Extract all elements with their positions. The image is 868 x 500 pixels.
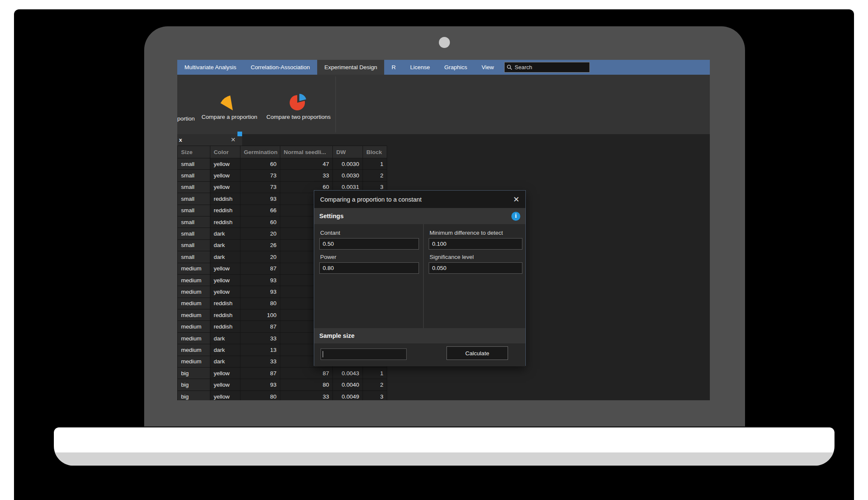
table-cell[interactable]: dark [210, 332, 240, 344]
ribbon-item-compare-a-proportion[interactable]: Compare a proportion [194, 92, 265, 120]
ribbon-item-compare-two-proportions[interactable]: Compare two proportions [265, 92, 332, 120]
table-cell[interactable]: 20 [240, 228, 280, 239]
table-cell[interactable]: 26 [240, 239, 280, 251]
table-cell[interactable]: 87 [280, 368, 333, 379]
table-cell[interactable]: 93 [240, 286, 280, 298]
column-header-block[interactable]: Block [363, 146, 387, 158]
table-cell[interactable]: dark [210, 356, 240, 367]
table-cell[interactable]: 73 [240, 181, 280, 193]
info-icon[interactable]: i [511, 212, 520, 221]
table-cell[interactable]: 87 [240, 368, 280, 379]
table-row[interactable]: bigyellow87870.00431 [178, 368, 387, 379]
table-cell[interactable]: yellow [210, 181, 240, 193]
table-cell[interactable]: 66 [240, 205, 280, 216]
table-cell[interactable]: medium [178, 344, 210, 356]
menu-tab-correlation-association[interactable]: Correlation-Association [243, 60, 317, 75]
table-cell[interactable]: 87 [240, 321, 280, 332]
menu-tab-graphics[interactable]: Graphics [437, 60, 474, 75]
table-cell[interactable]: 93 [240, 379, 280, 390]
dataset-tab-close-icon[interactable]: ✕ [231, 136, 236, 143]
table-cell[interactable]: reddish [210, 309, 240, 321]
calculate-button[interactable]: Calculate [447, 346, 508, 360]
table-cell[interactable]: yellow [210, 390, 240, 400]
table-cell[interactable]: 80 [240, 390, 280, 400]
table-cell[interactable]: 0.0030 [333, 170, 363, 181]
table-cell[interactable]: 87 [240, 263, 280, 274]
table-cell[interactable]: medium [178, 286, 210, 298]
table-cell[interactable]: 0.0030 [333, 158, 363, 170]
menu-tab-experimental-design[interactable]: Experimental Design [317, 60, 385, 75]
table-cell[interactable]: small [178, 251, 210, 263]
table-cell[interactable]: dark [210, 228, 240, 239]
table-cell[interactable]: small [178, 205, 210, 216]
table-cell[interactable]: small [178, 181, 210, 193]
table-cell[interactable]: 47 [280, 158, 333, 170]
table-cell[interactable]: yellow [210, 368, 240, 379]
ribbon-item-partial[interactable]: portion [177, 115, 195, 122]
table-cell[interactable]: 60 [240, 158, 280, 170]
search-input[interactable] [514, 64, 583, 71]
table-cell[interactable]: medium [178, 332, 210, 344]
table-cell[interactable]: 73 [240, 170, 280, 181]
table-cell[interactable]: medium [178, 309, 210, 321]
table-cell[interactable]: 3 [363, 390, 387, 400]
table-cell[interactable]: dark [210, 239, 240, 251]
table-cell[interactable]: yellow [210, 263, 240, 274]
table-cell[interactable]: 93 [240, 193, 280, 205]
column-header-size[interactable]: Size [178, 146, 210, 158]
table-cell[interactable]: 2 [363, 379, 387, 390]
table-row[interactable]: smallyellow60470.00301 [178, 158, 387, 170]
table-cell[interactable]: small [178, 193, 210, 205]
table-cell[interactable]: 20 [240, 251, 280, 263]
sample-size-field[interactable] [321, 348, 407, 360]
dataset-tab[interactable]: x ✕ [177, 134, 242, 146]
search-box[interactable] [504, 62, 590, 73]
table-row[interactable]: bigyellow93800.00402 [178, 379, 387, 390]
table-cell[interactable]: reddish [210, 216, 240, 228]
table-cell[interactable]: dark [210, 251, 240, 263]
table-cell[interactable]: yellow [210, 158, 240, 170]
power-field[interactable] [319, 262, 419, 274]
menu-tab-r[interactable]: R [384, 60, 403, 75]
table-cell[interactable]: 13 [240, 344, 280, 356]
table-cell[interactable]: yellow [210, 170, 240, 181]
table-cell[interactable]: 2 [363, 170, 387, 181]
menu-tab-license[interactable]: License [403, 60, 437, 75]
table-cell[interactable]: 33 [240, 356, 280, 367]
column-header-germination[interactable]: Germination [240, 146, 280, 158]
table-cell[interactable]: reddish [210, 193, 240, 205]
table-cell[interactable]: 0.0043 [333, 368, 363, 379]
table-cell[interactable]: small [178, 228, 210, 239]
table-cell[interactable]: small [178, 158, 210, 170]
table-cell[interactable]: 1 [363, 158, 387, 170]
table-cell[interactable]: medium [178, 321, 210, 332]
table-cell[interactable]: 0.0049 [333, 390, 363, 400]
table-cell[interactable]: yellow [210, 274, 240, 286]
table-cell[interactable]: reddish [210, 298, 240, 309]
table-cell[interactable]: 33 [240, 332, 280, 344]
column-header-dw[interactable]: DW [333, 146, 363, 158]
table-cell[interactable]: 100 [240, 309, 280, 321]
table-cell[interactable]: big [178, 368, 210, 379]
table-cell[interactable]: small [178, 216, 210, 228]
table-row[interactable]: smallyellow73330.00302 [178, 170, 387, 181]
menu-tab-multivariate-analysis[interactable]: Multivariate Analysis [177, 60, 243, 75]
table-cell[interactable]: reddish [210, 205, 240, 216]
table-cell[interactable]: 1 [363, 368, 387, 379]
table-cell[interactable]: dark [210, 344, 240, 356]
column-header-normal-seedling[interactable]: Normal seedli... [280, 146, 333, 158]
significance-level-field[interactable] [429, 262, 522, 274]
table-cell[interactable]: reddish [210, 321, 240, 332]
table-cell[interactable]: small [178, 170, 210, 181]
dialog-title-bar[interactable]: Comparing a proportion to a constant ✕ [314, 191, 525, 208]
table-cell[interactable]: medium [178, 274, 210, 286]
minimum-difference-field[interactable] [429, 238, 522, 250]
table-cell[interactable]: small [178, 239, 210, 251]
table-cell[interactable]: big [178, 379, 210, 390]
table-cell[interactable]: medium [178, 356, 210, 367]
menu-tab-view[interactable]: View [474, 60, 501, 75]
table-row[interactable]: bigyellow80330.00493 [178, 390, 387, 400]
table-cell[interactable]: 93 [240, 274, 280, 286]
table-cell[interactable]: medium [178, 298, 210, 309]
table-cell[interactable]: 80 [280, 379, 333, 390]
